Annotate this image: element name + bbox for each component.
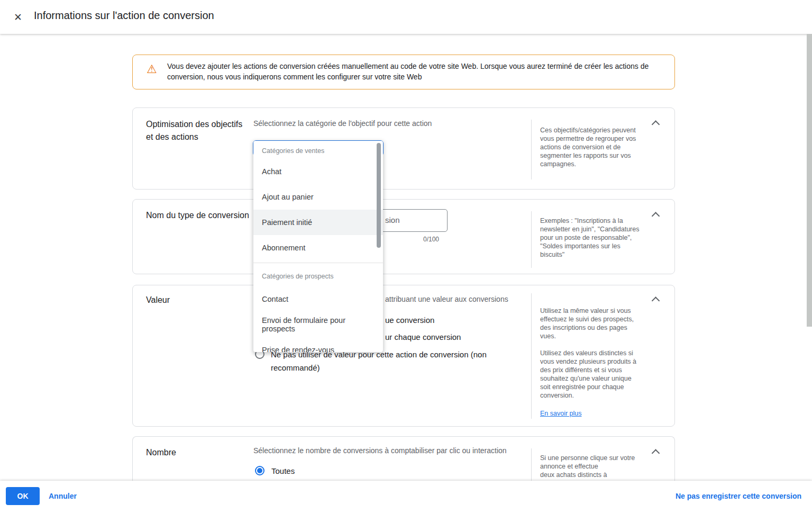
card-goal-title: Optimisation des objectifs et des action…	[146, 118, 249, 143]
warning-triangle-icon: ⚠	[147, 62, 157, 76]
warning-text: Vous devez ajouter les actions de conver…	[167, 61, 662, 82]
ok-button[interactable]: OK	[6, 487, 40, 505]
header-bar: ✕ Informations sur l'action de conversio…	[0, 0, 812, 34]
dropdown-group-prospects: Catégories de prospects	[253, 263, 383, 286]
collapse-count-button[interactable]	[648, 446, 663, 461]
collapse-name-button[interactable]	[648, 209, 663, 224]
close-icon[interactable]: ✕	[11, 10, 25, 24]
conversion-action-dialog: ✕ Informations sur l'action de conversio…	[0, 0, 812, 513]
dropdown-item-prise-rendez-vous[interactable]: Prise de rendez-vous	[253, 337, 383, 352]
dropdown-item-contact[interactable]: Contact	[253, 286, 383, 312]
chevron-up-icon	[651, 296, 660, 305]
divider	[531, 448, 532, 481]
char-counter: 0/100	[423, 236, 439, 243]
card-conversion-name: Nom du type de conversion sion 0/100 Exe…	[132, 199, 675, 274]
value-option1-fragment: ue conversion	[385, 316, 434, 325]
chevron-up-icon	[651, 212, 660, 220]
card-goal-optimization: Optimisation des objectifs et des action…	[132, 107, 675, 190]
chevron-up-icon	[651, 120, 660, 129]
dropdown-item-envoi-formulaire[interactable]: Envoi de formulaire pour prospects	[253, 312, 383, 337]
dropdown-item-paiement-initie[interactable]: Paiement initié	[253, 210, 383, 235]
collapse-goal-button[interactable]	[648, 118, 663, 132]
divider	[531, 120, 532, 179]
card-value-title: Valeur	[146, 294, 249, 307]
input-placeholder-fragment: sion	[385, 215, 400, 224]
count-option-toutes-radio[interactable]	[255, 466, 264, 475]
value-instruction-fragment: attribuant une valeur aux conversions	[385, 295, 508, 303]
page-scrollbar[interactable]	[807, 34, 812, 327]
divider	[531, 293, 532, 419]
page-title: Informations sur l'action de conversion	[34, 10, 214, 22]
collapse-value-button[interactable]	[648, 294, 663, 309]
card-value: Valeur attribuant une valeur aux convers…	[132, 285, 675, 427]
count-instruction: Sélectionnez le nombre de conversions à …	[253, 446, 507, 455]
value-help-text: Utilisez la même valeur si vous effectue…	[540, 307, 641, 418]
footer-bar: OK Annuler Ne pas enregistrer cette conv…	[0, 481, 812, 513]
dropdown-item-achat[interactable]: Achat	[253, 159, 383, 184]
dropdown-item-ajout-au-panier[interactable]: Ajout au panier	[253, 184, 383, 210]
dropdown-scrollbar[interactable]	[377, 143, 381, 248]
discard-conversion-link[interactable]: Ne pas enregistrer cette conversion	[676, 492, 801, 500]
value-help-paragraph-2: Utilisez des valeurs distinctes si vous …	[540, 349, 641, 400]
divider	[531, 211, 532, 268]
goal-instruction: Sélectionnez la catégorie de l'objectif …	[253, 119, 432, 128]
dropdown-item-abonnement[interactable]: Abonnement	[253, 235, 383, 260]
cancel-button[interactable]: Annuler	[49, 492, 77, 500]
card-count-title: Nombre	[146, 446, 249, 459]
goal-help-text: Ces objectifs/catégories peuvent vous pe…	[540, 126, 641, 168]
count-help-text: Si une personne clique sur votre annonce…	[540, 454, 641, 479]
chevron-up-icon	[651, 449, 660, 457]
learn-more-link[interactable]: En savoir plus	[540, 409, 582, 418]
warning-banner: ⚠ Vous devez ajouter les actions de conv…	[132, 55, 675, 89]
count-option-toutes-label[interactable]: Toutes	[271, 464, 295, 478]
category-dropdown-menu: Catégories de ventes Achat Ajout au pani…	[253, 141, 383, 352]
name-help-text: Exemples : "Inscriptions à la newsletter…	[540, 217, 641, 259]
value-option2-fragment: ur chaque conversion	[385, 332, 461, 341]
card-name-title: Nom du type de conversion	[146, 209, 249, 222]
dropdown-group-sales: Catégories de ventes	[253, 141, 383, 159]
value-help-paragraph-1: Utilisez la même valeur si vous effectue…	[540, 307, 641, 340]
